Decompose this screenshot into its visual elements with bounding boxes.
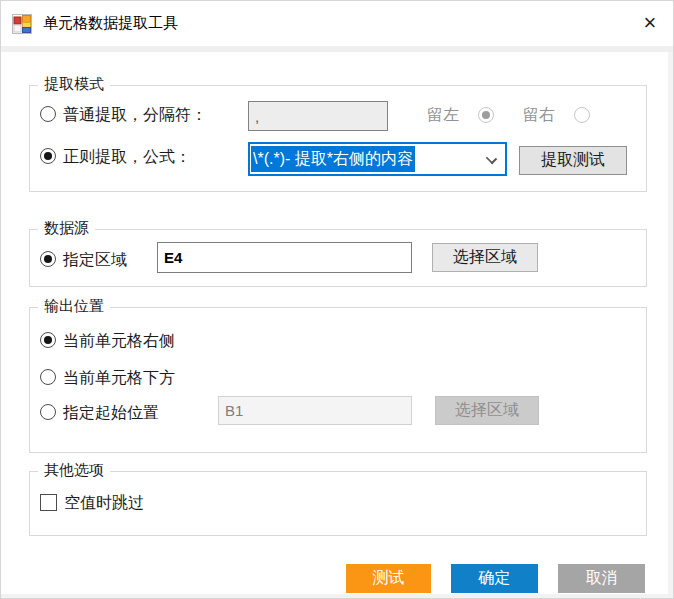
group-output-position: 输出位置 当前单元格右侧 当前单元格下方 指定起始位置 选择区域 xyxy=(29,307,647,453)
frame-edge-bottom xyxy=(1,594,673,598)
formula-selected-text: \*(.*)- 提取*右侧的内容 xyxy=(251,146,415,172)
radio-start-position[interactable] xyxy=(40,404,56,420)
select-start-area-button: 选择区域 xyxy=(435,396,539,425)
radio-normal-extract-label[interactable]: 普通提取，分隔符： xyxy=(63,105,207,126)
extract-test-button[interactable]: 提取测试 xyxy=(519,146,627,175)
group-output-position-title: 输出位置 xyxy=(38,297,110,316)
skip-empty-checkbox[interactable] xyxy=(40,494,57,511)
radio-keep-right[interactable] xyxy=(574,107,590,123)
titlebar-separator xyxy=(1,46,673,52)
radio-right-of-cell-label[interactable]: 当前单元格右侧 xyxy=(63,331,175,352)
radio-regex-extract-label[interactable]: 正则提取，公式： xyxy=(63,147,191,168)
start-cell-input xyxy=(218,396,412,425)
group-data-source: 数据源 指定区域 选择区域 xyxy=(29,229,647,287)
radio-normal-extract[interactable] xyxy=(40,106,56,122)
group-extract-mode: 提取模式 普通提取，分隔符： 留左 留右 正则提取，公式： \*(.*)- 提取… xyxy=(29,85,647,192)
app-icon xyxy=(12,14,32,34)
group-other-options-title: 其他选项 xyxy=(38,461,110,480)
radio-keep-left[interactable] xyxy=(478,107,494,123)
radio-regex-extract[interactable] xyxy=(40,148,56,164)
ok-button[interactable]: 确定 xyxy=(451,564,538,593)
close-icon[interactable]: × xyxy=(633,7,667,39)
radio-below-cell-label[interactable]: 当前单元格下方 xyxy=(63,368,175,389)
dialog-window: 单元格数据提取工具 × 提取模式 普通提取，分隔符： 留左 留右 正则提取，公式… xyxy=(0,0,674,599)
cancel-button[interactable]: 取消 xyxy=(558,564,645,593)
frame-edge-right xyxy=(668,52,673,594)
range-input[interactable] xyxy=(157,242,412,273)
radio-start-position-label[interactable]: 指定起始位置 xyxy=(63,403,159,424)
test-button[interactable]: 测试 xyxy=(346,564,431,593)
radio-specified-area[interactable] xyxy=(40,251,56,267)
window-title: 单元格数据提取工具 xyxy=(43,14,178,33)
title-bar: 单元格数据提取工具 × xyxy=(1,1,673,46)
radio-right-of-cell[interactable] xyxy=(40,332,56,348)
chevron-down-icon[interactable] xyxy=(486,153,497,164)
skip-empty-label[interactable]: 空值时跳过 xyxy=(64,493,144,514)
keep-left-label[interactable]: 留左 xyxy=(427,105,459,126)
radio-specified-area-label[interactable]: 指定区域 xyxy=(63,250,127,271)
formula-combobox[interactable]: \*(.*)- 提取*右侧的内容 xyxy=(248,142,507,176)
select-area-button[interactable]: 选择区域 xyxy=(432,243,538,272)
keep-right-label[interactable]: 留右 xyxy=(523,105,555,126)
group-extract-mode-title: 提取模式 xyxy=(38,75,110,94)
radio-below-cell[interactable] xyxy=(40,369,56,385)
separator-input[interactable] xyxy=(248,101,388,131)
group-data-source-title: 数据源 xyxy=(38,219,95,238)
group-other-options: 其他选项 空值时跳过 xyxy=(29,471,647,536)
